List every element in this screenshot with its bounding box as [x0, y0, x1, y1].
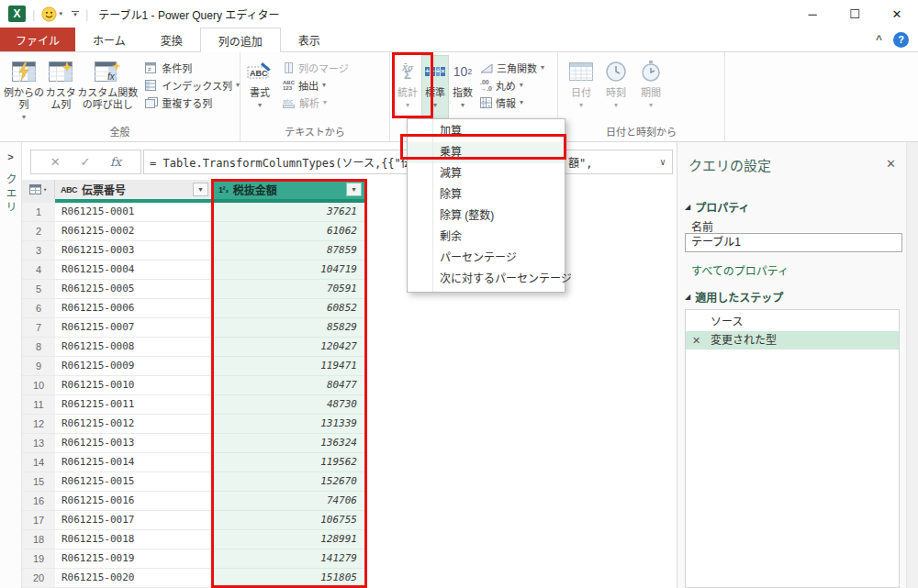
column-header-zeinuki[interactable]: 1²₃ 税抜金額 ▼: [213, 180, 365, 199]
tab-view[interactable]: 表示: [281, 28, 338, 51]
column-from-examples-button[interactable]: 例からの列▾: [4, 55, 44, 124]
index-column-button[interactable]: インデックス列▾: [145, 78, 240, 92]
query-name-input[interactable]: テーブル1: [685, 233, 902, 252]
parse-button[interactable]: abc 解析▾: [283, 95, 349, 109]
cell-denpyo-bango[interactable]: R061215-0016: [55, 492, 213, 511]
cell-denpyo-bango[interactable]: R061215-0008: [55, 338, 213, 357]
row-number[interactable]: 10: [22, 376, 55, 395]
cell-denpyo-bango[interactable]: R061215-0007: [55, 318, 213, 338]
help-button[interactable]: ?: [893, 32, 909, 48]
cell-zeinuki-kingaku[interactable]: 151805: [213, 569, 365, 588]
commit-formula-icon[interactable]: ✓: [80, 155, 90, 169]
menu-item[interactable]: 剰余: [408, 227, 565, 248]
row-number[interactable]: 1: [22, 203, 55, 222]
select-all-corner[interactable]: ▾: [22, 180, 55, 199]
menu-item[interactable]: 乗算: [408, 142, 565, 163]
applied-step[interactable]: ✕変更された型: [686, 331, 899, 349]
tab-file[interactable]: ファイル: [0, 28, 75, 51]
row-number[interactable]: 8: [22, 338, 55, 357]
time-button[interactable]: 時刻▾: [602, 55, 630, 124]
cell-zeinuki-kingaku[interactable]: 87859: [213, 241, 365, 261]
row-number[interactable]: 9: [22, 357, 55, 376]
rounding-button[interactable]: .00→.0 丸め▾: [480, 78, 544, 92]
column-header-denpyo[interactable]: ABC 伝票番号 ▼: [55, 180, 213, 199]
row-number[interactable]: 12: [22, 415, 55, 434]
row-number[interactable]: 17: [22, 511, 55, 530]
cell-zeinuki-kingaku[interactable]: 85829: [213, 318, 365, 338]
cell-zeinuki-kingaku[interactable]: 48730: [213, 395, 365, 415]
minimize-button[interactable]: ─: [791, 0, 834, 28]
row-number[interactable]: 3: [22, 241, 55, 261]
cell-zeinuki-kingaku[interactable]: 60852: [213, 299, 365, 318]
cell-denpyo-bango[interactable]: R061215-0012: [55, 415, 213, 434]
filter-icon[interactable]: ▼: [193, 183, 208, 196]
close-button[interactable]: ✕: [876, 0, 918, 28]
merge-columns-button[interactable]: 列のマージ: [283, 61, 349, 74]
menu-item[interactable]: パーセンテージ: [408, 248, 565, 269]
cell-denpyo-bango[interactable]: R061215-0014: [55, 453, 213, 472]
cell-denpyo-bango[interactable]: R061215-0009: [55, 357, 213, 376]
cell-denpyo-bango[interactable]: R061215-0015: [55, 472, 213, 492]
menu-item[interactable]: 除算 (整数): [408, 205, 565, 227]
expand-formula-icon[interactable]: ∨: [660, 157, 666, 167]
feedback-smiley-icon[interactable]: [41, 6, 57, 22]
cell-denpyo-bango[interactable]: R061215-0020: [55, 569, 213, 588]
cell-zeinuki-kingaku[interactable]: 120427: [213, 338, 365, 357]
menu-item[interactable]: 次に対するパーセンテージ: [408, 269, 565, 290]
trigonometry-button[interactable]: 三角関数▾: [480, 61, 544, 74]
menu-item[interactable]: 加算: [408, 121, 565, 142]
cell-zeinuki-kingaku[interactable]: 128991: [213, 530, 365, 549]
row-number[interactable]: 18: [22, 530, 55, 549]
row-number[interactable]: 14: [22, 453, 55, 472]
tab-transform[interactable]: 変換: [143, 28, 200, 51]
tab-add-column[interactable]: 列の追加: [200, 28, 281, 52]
delete-step-icon[interactable]: ✕: [692, 331, 700, 349]
cell-zeinuki-kingaku[interactable]: 131339: [213, 415, 365, 434]
cancel-formula-icon[interactable]: ✕: [50, 155, 61, 169]
cell-denpyo-bango[interactable]: R061215-0001: [55, 203, 213, 222]
row-number[interactable]: 15: [22, 472, 55, 492]
applied-steps-section-header[interactable]: ◢適用したステップ: [685, 289, 783, 305]
cell-zeinuki-kingaku[interactable]: 37621: [213, 203, 365, 222]
cell-denpyo-bango[interactable]: R061215-0004: [55, 261, 213, 280]
qat-customize-icon[interactable]: ▾: [72, 11, 79, 17]
applied-step[interactable]: ソース: [686, 313, 899, 331]
row-number[interactable]: 13: [22, 434, 55, 453]
row-number[interactable]: 2: [22, 222, 55, 241]
row-number[interactable]: 7: [22, 318, 55, 338]
tab-home[interactable]: ホーム: [75, 28, 143, 51]
all-properties-link[interactable]: すべてのプロパティ: [691, 262, 789, 278]
cell-zeinuki-kingaku[interactable]: 80477: [213, 376, 365, 395]
fx-icon[interactable]: fx: [110, 155, 121, 169]
cell-denpyo-bango[interactable]: R061215-0002: [55, 222, 213, 241]
cell-denpyo-bango[interactable]: R061215-0005: [55, 280, 213, 299]
cell-denpyo-bango[interactable]: R061215-0019: [55, 549, 213, 569]
menu-item[interactable]: 除算: [408, 184, 565, 205]
cell-zeinuki-kingaku[interactable]: 61062: [213, 222, 365, 241]
cell-zeinuki-kingaku[interactable]: 74706: [213, 492, 365, 511]
extract-button[interactable]: ABC123 抽出▾: [283, 78, 349, 92]
cell-zeinuki-kingaku[interactable]: 119562: [213, 453, 365, 472]
row-number[interactable]: 5: [22, 280, 55, 299]
row-number[interactable]: 20: [22, 569, 55, 588]
cell-denpyo-bango[interactable]: R061215-0003: [55, 241, 213, 261]
panel-close-icon[interactable]: ✕: [886, 157, 896, 171]
smiley-dropdown-icon[interactable]: ▾: [59, 10, 62, 17]
expand-queries-icon[interactable]: >: [7, 151, 13, 162]
maximize-button[interactable]: ☐: [834, 0, 876, 28]
row-number[interactable]: 6: [22, 299, 55, 318]
cell-zeinuki-kingaku[interactable]: 136324: [213, 434, 365, 453]
cell-denpyo-bango[interactable]: R061215-0018: [55, 530, 213, 549]
cell-denpyo-bango[interactable]: R061215-0017: [55, 511, 213, 530]
cell-denpyo-bango[interactable]: R061215-0013: [55, 434, 213, 453]
filter-icon[interactable]: ▼: [346, 183, 362, 196]
conditional-column-button[interactable]: ≠ 条件列: [145, 61, 240, 74]
duplicate-column-button[interactable]: 重複する列: [145, 95, 240, 109]
cell-zeinuki-kingaku[interactable]: 152670: [213, 472, 365, 492]
row-number[interactable]: 11: [22, 395, 55, 415]
collapse-ribbon-icon[interactable]: ^: [876, 33, 882, 46]
cell-denpyo-bango[interactable]: R061215-0006: [55, 299, 213, 318]
date-button[interactable]: 日付▾: [567, 55, 595, 124]
cell-zeinuki-kingaku[interactable]: 119471: [213, 357, 365, 376]
custom-column-button[interactable]: カスタム列: [44, 55, 77, 124]
